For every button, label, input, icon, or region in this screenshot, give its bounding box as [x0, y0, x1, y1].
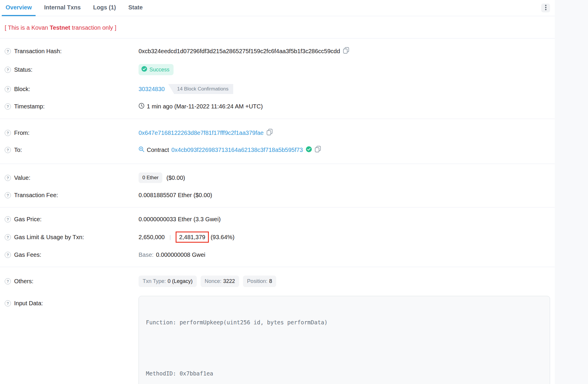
- tab-state[interactable]: State: [124, 0, 146, 16]
- section-gas: Gas Price: 0.0000000033 Ether (3.3 Gwei)…: [0, 207, 555, 267]
- status-badge: Success: [139, 64, 174, 75]
- input-data-textarea[interactable]: Function: performUpkeep(uint256 id, byte…: [139, 296, 550, 384]
- copy-icon: [315, 146, 321, 154]
- gas-limit-separator: |: [169, 234, 171, 240]
- section-value: Value: 0 Ether ($0.00) Transaction Fee: …: [0, 164, 555, 207]
- status-badge-text: Success: [149, 67, 169, 73]
- row-others: Others: Txn Type: 0 (Legacy) Nonce: 3222…: [5, 271, 550, 291]
- badge-key: Position:: [247, 278, 267, 284]
- help-icon[interactable]: [5, 234, 11, 240]
- warning-suffix: transaction only ]: [70, 24, 116, 31]
- gas-used-value: 2,481,379: [179, 234, 205, 240]
- magnifier-icon: [139, 146, 144, 154]
- row-input-data: Input Data: Function: performUpkeep(uint…: [5, 291, 550, 384]
- gas-fees-base-label: Base:: [139, 251, 154, 258]
- row-label-text: Block:: [14, 86, 30, 93]
- transaction-fee-value: 0.0081885507 Ether ($0.00): [139, 192, 212, 199]
- row-timestamp: Timestamp: 1 min ago (Mar-11-2022 11:46:…: [5, 98, 550, 115]
- row-label-text: Status:: [14, 66, 32, 73]
- nonce-badge: Nonce: 3222: [201, 276, 239, 287]
- transaction-hash-value: 0xcb324eedcd1d07296fdf3d215a2865275f159c…: [139, 48, 340, 55]
- row-label-text: Transaction Fee:: [14, 192, 58, 199]
- help-icon[interactable]: [5, 67, 11, 73]
- tab-overview[interactable]: Overview: [2, 0, 36, 16]
- gas-used-percent: (93.64%): [211, 234, 234, 241]
- row-transaction-fee: Transaction Fee: 0.0081885507 Ether ($0.…: [5, 187, 550, 203]
- more-options-button[interactable]: [541, 4, 550, 12]
- help-icon[interactable]: [5, 48, 11, 54]
- success-check-icon: [141, 66, 147, 73]
- row-label-text: Others:: [14, 278, 34, 285]
- testnet-warning: [ This is a Kovan Testnet transaction on…: [0, 16, 555, 38]
- section-summary: Transaction Hash: 0xcb324eedcd1d07296fdf…: [0, 38, 555, 119]
- row-label-text: Input Data:: [14, 300, 43, 307]
- to-address-link[interactable]: 0x4cb093f226983713164a62138c3f718a5b595f…: [171, 147, 303, 153]
- timestamp-value: 1 min ago (Mar-11-2022 11:46:24 AM +UTC): [147, 103, 263, 110]
- badge-key: Txn Type:: [143, 278, 166, 284]
- value-usd-text: ($0.00): [166, 175, 185, 181]
- from-address-link[interactable]: 0x647e7168122263d8e7f81f17fff9c2f1aa379f…: [139, 130, 264, 136]
- badge-value: 0 (Legacy): [168, 278, 193, 284]
- gas-price-value: 0.0000000033 Ether (3.3 Gwei): [139, 216, 221, 223]
- decompile-contract-button[interactable]: [139, 146, 144, 154]
- row-transaction-hash: Transaction Hash: 0xcb324eedcd1d07296fdf…: [5, 43, 550, 60]
- help-icon[interactable]: [5, 147, 11, 153]
- row-gas-fees: Gas Fees: Base: 0.000000008 Gwei: [5, 247, 550, 263]
- help-icon[interactable]: [5, 103, 11, 110]
- help-icon[interactable]: [5, 300, 11, 306]
- input-function-line: Function: performUpkeep(uint256 id, byte…: [146, 318, 543, 327]
- copy-icon: [266, 129, 273, 137]
- tab-bar: Overview Internal Txns Logs (1) State: [0, 0, 555, 16]
- to-type-text: Contract: [147, 147, 169, 153]
- copy-icon: [343, 47, 349, 55]
- warning-prefix: [ This is a Kovan: [5, 24, 50, 31]
- warning-network: Testnet: [50, 24, 70, 31]
- help-icon[interactable]: [5, 252, 11, 258]
- row-label-text: Timestamp:: [14, 103, 45, 110]
- help-icon[interactable]: [5, 278, 11, 284]
- row-label-text: Gas Limit & Usage by Txn:: [14, 234, 84, 241]
- row-from: From: 0x647e7168122263d8e7f81f17fff9c2f1…: [5, 124, 550, 141]
- row-gas-limit-usage: Gas Limit & Usage by Txn: 2,650,000 | 2,…: [5, 227, 550, 247]
- badge-value: 3222: [223, 278, 235, 284]
- help-icon[interactable]: [5, 86, 11, 92]
- clock-icon: [139, 103, 144, 110]
- position-badge: Position: 8: [243, 276, 276, 287]
- tab-logs[interactable]: Logs (1): [89, 0, 120, 16]
- copy-from-address-button[interactable]: [266, 129, 273, 137]
- block-confirmations-badge: 14 Block Confirmations: [168, 84, 233, 94]
- row-block: Block: 30324830 14 Block Confirmations: [5, 80, 550, 98]
- txn-type-badge: Txn Type: 0 (Legacy): [139, 276, 197, 287]
- help-icon[interactable]: [5, 216, 11, 222]
- row-label-text: Transaction Hash:: [14, 48, 62, 55]
- kebab-icon: [545, 5, 547, 11]
- transaction-details-card: Overview Internal Txns Logs (1) State [ …: [0, 0, 555, 384]
- copy-hash-button[interactable]: [343, 47, 349, 55]
- row-status: Status: Success: [5, 60, 550, 80]
- section-parties: From: 0x647e7168122263d8e7f81f17fff9c2f1…: [0, 119, 555, 164]
- row-label-text: To:: [14, 147, 22, 153]
- verified-contract-icon: [306, 146, 312, 154]
- copy-to-address-button[interactable]: [315, 146, 321, 154]
- section-others-input: Others: Txn Type: 0 (Legacy) Nonce: 3222…: [0, 267, 555, 384]
- blank-line: [146, 344, 543, 352]
- input-methodid-line: MethodID: 0x7bbaf1ea: [146, 369, 543, 378]
- tab-internal-txns[interactable]: Internal Txns: [40, 0, 84, 16]
- badge-key: Nonce:: [205, 278, 221, 284]
- row-value: Value: 0 Ether ($0.00): [5, 168, 550, 187]
- row-label-text: Gas Fees:: [14, 251, 41, 258]
- row-to: To: Contract 0x4cb093f226983713164a62138…: [5, 141, 550, 158]
- block-number-link[interactable]: 30324830: [139, 86, 165, 93]
- row-gas-price: Gas Price: 0.0000000033 Ether (3.3 Gwei): [5, 212, 550, 227]
- gas-limit-value: 2,650,000: [139, 234, 165, 241]
- badge-value: 8: [269, 278, 272, 284]
- help-icon[interactable]: [5, 175, 11, 181]
- help-icon[interactable]: [5, 130, 11, 136]
- gas-fees-base-value: 0.000000008 Gwei: [156, 251, 205, 258]
- value-amount-badge: 0 Ether: [139, 172, 162, 183]
- gas-used-highlight-box: 2,481,379: [176, 232, 209, 243]
- row-label-text: Value:: [14, 175, 30, 181]
- row-label-text: Gas Price:: [14, 216, 41, 223]
- help-icon[interactable]: [5, 192, 11, 198]
- row-label-text: From:: [14, 130, 29, 136]
